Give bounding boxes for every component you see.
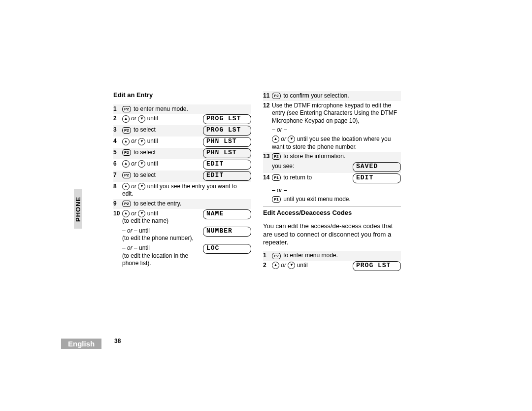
step-5: 5 P2 to select PHN LST xyxy=(113,148,251,159)
down-icon: ▼ xyxy=(138,183,145,190)
codes-step-2: 2 ▲ or ▼ until PROG LST xyxy=(263,261,401,272)
side-tab-english: English xyxy=(61,339,101,349)
display-edit: EDIT xyxy=(203,171,251,181)
step-10c: – or – until (to edit the location in th… xyxy=(113,243,251,269)
p2-icon: P2 xyxy=(122,127,131,134)
p2-icon: P2 xyxy=(122,172,131,178)
p2-icon: P2 xyxy=(272,253,281,259)
right-column: 11 P2 to confirm your selection. 12 Use … xyxy=(263,91,401,328)
step-1-text: to enter menu mode. xyxy=(132,105,188,112)
heading-edit-entry: Edit an Entry xyxy=(113,91,251,100)
step-10b: – or – until (to edit the phone number),… xyxy=(113,226,251,243)
step-13b: you see: SAVED xyxy=(263,162,401,173)
down-icon: ▼ xyxy=(138,115,145,123)
up-icon: ▲ xyxy=(122,138,130,145)
left-column: Edit an Entry 1 P2 to enter menu mode. 2… xyxy=(113,91,251,328)
p2-icon: P2 xyxy=(122,149,131,156)
step-14: 14 P1 to return to EDIT xyxy=(263,173,401,184)
p2-icon: P2 xyxy=(272,153,281,160)
step-2: 2 ▲ or ▼ until PROG LST xyxy=(113,114,251,125)
display-saved: SAVED xyxy=(353,162,401,172)
up-icon: ▲ xyxy=(122,115,130,123)
step-9: 9 P2 to select the entry. xyxy=(113,199,251,209)
up-icon: ▲ xyxy=(122,210,130,217)
step-4: 4 ▲ or ▼ until PHN LST xyxy=(113,137,251,148)
step-10a: 10 ▲ or ▼ until (to edit the name) NAME xyxy=(113,209,251,226)
divider xyxy=(263,206,401,207)
display-phn-lst: PHN LST xyxy=(203,148,251,158)
step-11: 11 P2 to confirm your selection. xyxy=(263,91,401,101)
display-prog-lst: PROG LST xyxy=(203,114,251,124)
display-number: NUMBER xyxy=(203,227,251,237)
p2-icon: P2 xyxy=(272,93,281,99)
step-6: 6 ▲ or ▼ until EDIT xyxy=(113,159,251,171)
display-edit: EDIT xyxy=(203,160,251,170)
up-icon: ▲ xyxy=(122,160,130,168)
codes-step-1: 1 P2 to enter menu mode. xyxy=(263,251,401,261)
page-number: 38 xyxy=(114,338,121,344)
step-12: 12 Use the DTMF microphone keypad to edi… xyxy=(263,101,401,152)
display-loc: LOC xyxy=(203,244,251,254)
p1-icon: P1 xyxy=(272,196,281,203)
body-text-codes: You can edit the access/de-access codes … xyxy=(263,222,401,247)
step-13: 13 P2 to store the information. xyxy=(263,152,401,162)
up-icon: ▲ xyxy=(122,183,130,190)
step-1: 1 P2 to enter menu mode. xyxy=(113,104,251,114)
down-icon: ▼ xyxy=(138,138,145,145)
step-7: 7 P2 to select EDIT xyxy=(113,171,251,182)
display-prog-lst: PROG LST xyxy=(353,261,401,271)
up-icon: ▲ xyxy=(272,262,279,269)
display-prog-lst: PROG LST xyxy=(203,126,251,136)
heading-edit-codes: Edit Access/Deaccess Codes xyxy=(263,209,401,217)
display-name: NAME xyxy=(203,209,251,219)
p2-icon: P2 xyxy=(122,106,131,112)
down-icon: ▼ xyxy=(138,160,145,168)
p1-icon: P1 xyxy=(272,174,281,181)
display-phn-lst: PHN LST xyxy=(203,137,251,147)
down-icon: ▼ xyxy=(138,210,145,217)
down-icon: ▼ xyxy=(288,262,295,269)
step-14b: – or – P1 until you exit menu mode. xyxy=(263,184,401,205)
display-edit: EDIT xyxy=(353,173,401,183)
down-icon: ▼ xyxy=(288,136,295,143)
step-8: 8 ▲ or ▼ until you see the entry you wan… xyxy=(113,182,251,199)
p2-icon: P2 xyxy=(122,201,131,207)
up-icon: ▲ xyxy=(272,136,279,143)
step-3: 3 P2 to select PROG LST xyxy=(113,125,251,137)
side-tab-phone: PHONE xyxy=(74,189,82,229)
